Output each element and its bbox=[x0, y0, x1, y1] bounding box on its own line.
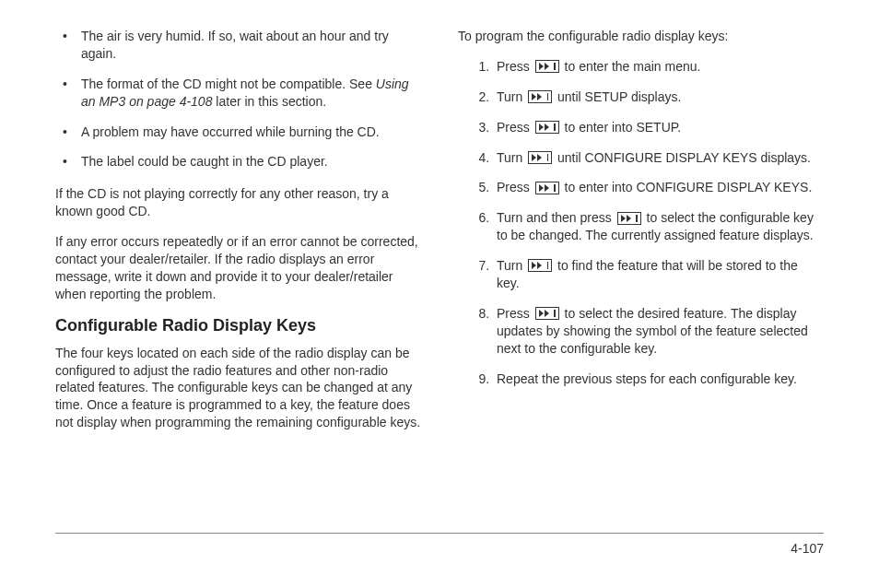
step-7: Turn to find the feature that will be st… bbox=[493, 257, 824, 292]
play-knob-icon bbox=[528, 151, 552, 164]
play-knob-icon bbox=[535, 182, 559, 194]
paragraph-config-keys: The four keys located on each side of th… bbox=[55, 345, 421, 431]
step-text: Turn and then press bbox=[497, 210, 615, 225]
step-5: Press to enter into CONFIGURE DISPLAY KE… bbox=[493, 179, 824, 196]
bullet-item: The format of the CD might not be compat… bbox=[81, 76, 421, 111]
bullet-item: The air is very humid. If so, wait about… bbox=[81, 28, 421, 63]
step-text: until CONFIGURE DISPLAY KEYS displays. bbox=[554, 150, 811, 165]
left-column: The air is very humid. If so, wait about… bbox=[55, 28, 421, 525]
program-steps: Press to enter the main menu. Turn until… bbox=[458, 58, 824, 388]
step-9: Repeat the previous steps for each confi… bbox=[493, 370, 824, 388]
step-6: Turn and then press to select the config… bbox=[493, 209, 824, 244]
step-text: Press bbox=[497, 120, 533, 135]
step-text: to enter the main menu. bbox=[561, 59, 701, 74]
play-knob-icon bbox=[535, 121, 559, 134]
step-4: Turn until CONFIGURE DISPLAY KEYS displa… bbox=[493, 149, 824, 167]
play-knob-icon bbox=[535, 60, 559, 73]
step-text: Turn bbox=[497, 89, 526, 104]
bullet-text-pre: The format of the CD might not be compat… bbox=[81, 76, 376, 91]
steps-intro: To program the configurable radio displa… bbox=[458, 28, 824, 45]
play-knob-icon bbox=[528, 259, 552, 272]
step-8: Press to select the desired feature. The… bbox=[493, 305, 824, 358]
section-heading: Configurable Radio Display Keys bbox=[55, 316, 421, 335]
page-number: 4-107 bbox=[791, 541, 824, 556]
step-text: Press bbox=[497, 59, 533, 74]
play-knob-icon bbox=[617, 212, 641, 225]
step-2: Turn until SETUP displays. bbox=[493, 88, 824, 106]
paragraph-error: If any error occurs repeatedly or if an … bbox=[55, 233, 421, 303]
play-knob-icon bbox=[535, 307, 559, 320]
step-text: Turn bbox=[497, 150, 526, 165]
step-text: to enter into SETUP. bbox=[561, 120, 681, 135]
troubleshoot-bullets: The air is very humid. If so, wait about… bbox=[55, 28, 421, 171]
bullet-item: The label could be caught in the CD play… bbox=[81, 153, 421, 171]
step-text: Press bbox=[497, 306, 533, 321]
step-1: Press to enter the main menu. bbox=[493, 58, 824, 76]
bullet-text-tail: later in this section. bbox=[212, 94, 326, 109]
paragraph-not-playing: If the CD is not playing correctly for a… bbox=[55, 185, 421, 220]
page-footer: 4-107 bbox=[55, 533, 824, 556]
step-text: Turn bbox=[497, 258, 526, 273]
right-column: To program the configurable radio displa… bbox=[458, 28, 824, 525]
step-text: until SETUP displays. bbox=[554, 89, 681, 104]
play-knob-icon bbox=[528, 90, 552, 103]
step-text: to enter into CONFIGURE DISPLAY KEYS. bbox=[561, 180, 813, 194]
bullet-item: A problem may have occurred while burnin… bbox=[81, 123, 421, 141]
step-text: Press bbox=[497, 180, 533, 194]
step-3: Press to enter into SETUP. bbox=[493, 119, 824, 136]
